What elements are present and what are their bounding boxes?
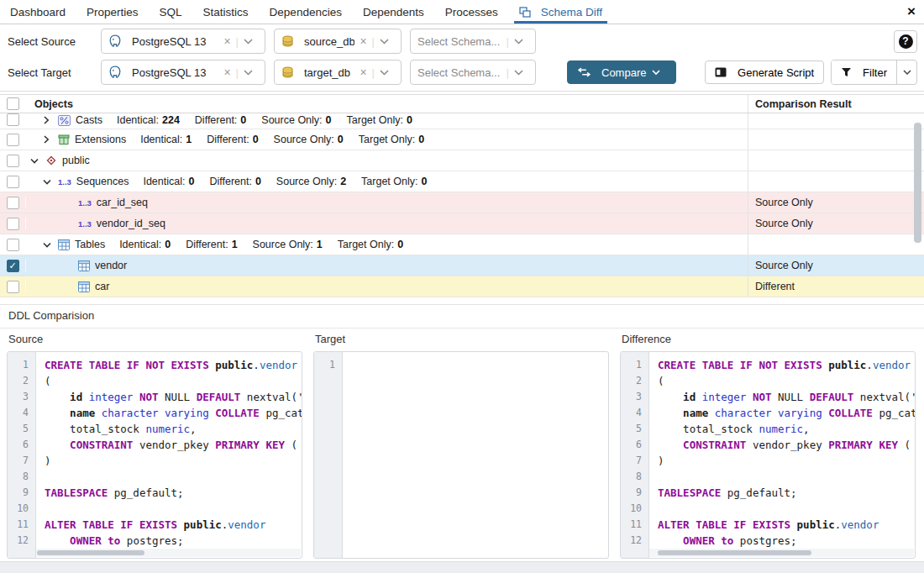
help-button[interactable]: ? — [894, 30, 917, 53]
chevron-right-icon[interactable] — [43, 116, 51, 124]
target-schema-placeholder: Select Schema... — [417, 66, 501, 79]
node-label: Casts — [76, 114, 102, 126]
row-checkbox[interactable] — [7, 281, 19, 293]
chevron-down-icon[interactable] — [514, 39, 523, 45]
select-source-row: Select Source PostgreSQL 13 × | source_d… — [0, 28, 924, 55]
tree-row-car_id_seq[interactable]: 1..3car_id_seqSource Only — [0, 192, 924, 213]
node-label: Extensions — [75, 134, 126, 145]
row-checkbox[interactable] — [7, 176, 19, 188]
compare-label: Compare — [601, 66, 646, 79]
chevron-down-icon[interactable] — [380, 70, 389, 76]
filter-label: Filter — [863, 66, 887, 79]
node-label: vendor — [95, 260, 127, 271]
tab-label: Dependents — [363, 6, 424, 18]
comparison-result-value: Source Only — [748, 213, 907, 234]
ddl-panel-headers: SourceTargetDifference — [7, 333, 916, 345]
filter-button[interactable]: Filter — [832, 60, 896, 84]
select-all-checkbox[interactable] — [7, 97, 19, 110]
sql-code: CREATE TABLE IF NOT EXISTS public.vendor… — [36, 352, 302, 558]
tab-dashboard[interactable]: Dashboard — [10, 0, 66, 24]
tab-processes[interactable]: Processes — [445, 0, 498, 24]
divider — [0, 328, 924, 329]
row-checkbox[interactable] — [7, 218, 19, 230]
tree-row-vendor_id_seq[interactable]: 1..3vendor_id_seqSource Only — [0, 213, 924, 234]
generate-script-button[interactable]: Generate Script — [705, 60, 824, 84]
tree-vertical-scrollbar[interactable] — [914, 123, 921, 243]
tab-dependents[interactable]: Dependents — [363, 0, 424, 24]
sequence-icon: 1..3 — [58, 177, 71, 187]
tree-row-public[interactable]: public — [0, 150, 924, 171]
chevron-down-icon[interactable] — [244, 70, 253, 76]
comparison-result-value — [748, 150, 907, 171]
comparison-counts: Identical:0Different:0Source Only:2Targe… — [143, 176, 427, 187]
clear-icon[interactable]: × — [223, 66, 230, 79]
row-checkbox[interactable] — [7, 197, 19, 209]
chevron-down-icon[interactable] — [514, 70, 523, 76]
tree-row-Sequences[interactable]: 1..3SequencesIdentical:0Different:0Sourc… — [0, 171, 924, 192]
tree-row-Tables[interactable]: TablesIdentical:0Different:1Source Only:… — [0, 234, 924, 255]
tab-label: Processes — [445, 6, 498, 18]
horizontal-scrollbar-thumb[interactable] — [37, 550, 144, 555]
row-checkbox[interactable] — [7, 134, 19, 146]
clear-icon[interactable]: × — [223, 34, 230, 48]
postgresql-icon — [108, 34, 122, 48]
tab-label: SQL — [160, 6, 182, 18]
select-source-label: Select Source — [0, 35, 101, 48]
comparison-counts: Identical:224Different:0Source Only:0Tar… — [117, 114, 412, 126]
row-checkbox[interactable] — [7, 155, 19, 167]
target-server-select[interactable]: PostgreSQL 13 × | — [101, 60, 265, 85]
source-database-select[interactable]: source_db × | — [274, 29, 402, 54]
tree-row-vendor[interactable]: ✓vendorSource Only — [0, 255, 924, 276]
chevron-down-icon — [652, 70, 660, 76]
tab-statistics[interactable]: Statistics — [203, 0, 249, 24]
sequence-icon: 1..3 — [78, 219, 92, 229]
filter-split-button: Filter — [831, 60, 917, 85]
comparison-counts: Identical:0Different:1Source Only:1Targe… — [119, 239, 403, 250]
chevron-down-icon[interactable] — [30, 157, 39, 165]
comparison-result-value: Source Only — [748, 255, 907, 276]
ddl-editor-difference: 123456789101112CREATE TABLE IF NOT EXIST… — [620, 351, 916, 559]
sequence-icon: 1..3 — [78, 198, 92, 208]
tab-properties[interactable]: Properties — [87, 0, 139, 24]
row-checkbox[interactable] — [7, 113, 19, 126]
compare-button[interactable]: Compare — [567, 60, 676, 84]
source-schema-select[interactable]: Select Schema... | — [410, 29, 536, 54]
tab-sql[interactable]: SQL — [160, 0, 182, 24]
chevron-down-icon[interactable] — [380, 39, 389, 45]
objects-column-header: Objects — [25, 98, 748, 110]
comparison-result-column-header: Comparison Result — [748, 95, 907, 113]
combo-divider: | — [372, 66, 375, 79]
combo-divider: | — [236, 66, 239, 79]
line-number-gutter: 123456789101112 — [8, 352, 36, 558]
row-checkbox[interactable] — [7, 239, 19, 251]
target-schema-select[interactable]: Select Schema... | — [410, 60, 536, 85]
close-icon[interactable]: × — [907, 3, 916, 20]
clear-icon[interactable]: × — [360, 34, 366, 48]
clear-icon[interactable]: × — [360, 66, 366, 79]
tab-dependencies[interactable]: Dependencies — [270, 0, 342, 24]
tree-row-Casts[interactable]: CastsIdentical:224Different:0Source Only… — [0, 113, 924, 129]
chevron-down-icon[interactable] — [244, 39, 253, 45]
row-checkbox[interactable]: ✓ — [7, 260, 19, 272]
chevron-right-icon[interactable] — [43, 135, 51, 144]
comparison-result-value — [748, 171, 907, 192]
comparison-result-value: Different — [748, 276, 907, 297]
chevron-down-icon[interactable] — [43, 241, 51, 249]
source-server-select[interactable]: PostgreSQL 13 × | — [101, 29, 265, 54]
filter-dropdown-button[interactable] — [896, 60, 916, 84]
node-label: public — [62, 155, 90, 166]
tree-row-car[interactable]: carDifferent — [0, 276, 924, 297]
chevron-down-icon[interactable] — [43, 178, 51, 186]
node-label: Sequences — [76, 176, 129, 187]
tab-label: Statistics — [203, 6, 249, 18]
target-database-select[interactable]: target_db × | — [274, 60, 402, 85]
tab-label: Properties — [87, 6, 139, 18]
tab-schema-diff[interactable]: Schema Diff — [519, 0, 602, 24]
horizontal-scrollbar-thumb[interactable] — [658, 550, 811, 555]
horizontal-scrollbar-track — [36, 549, 301, 557]
tree-row-Extensions[interactable]: ExtensionsIdentical:1Different:0Source O… — [0, 129, 924, 150]
tree-header-row: Objects Comparison Result — [0, 95, 924, 113]
script-icon — [715, 67, 727, 77]
comparison-result-value — [748, 129, 907, 150]
tab-label: Dependencies — [270, 6, 342, 18]
